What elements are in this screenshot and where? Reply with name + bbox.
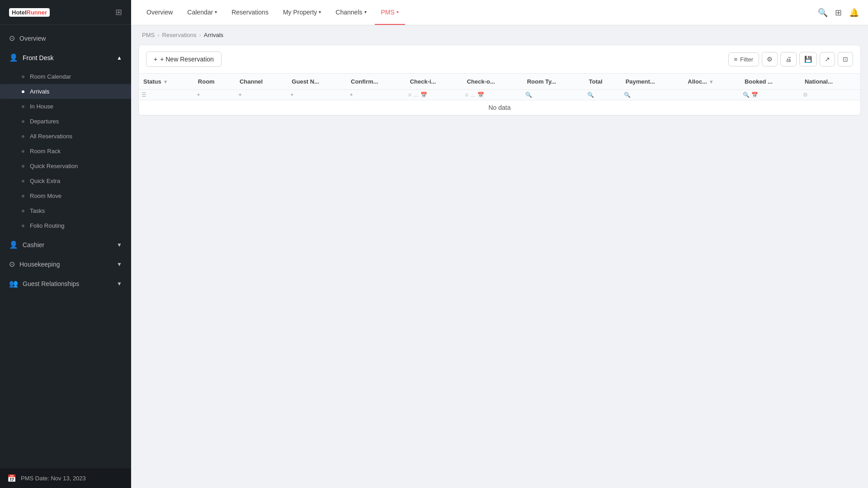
filter-cell-3: ✦ <box>287 90 346 100</box>
table-container: + + New Reservation ≡ Filter ⚙ 🖨 � <box>138 45 861 116</box>
filter-cal-icon[interactable]: 📅 <box>420 92 427 98</box>
col-header-3: Guest N... <box>287 74 346 90</box>
col-label: Alloc... <box>688 78 707 85</box>
column-settings-button[interactable]: ⚙ <box>762 52 778 66</box>
sidebar-sub-item-room-move[interactable]: Room Move <box>0 188 131 203</box>
new-reservation-button[interactable]: + + New Reservation <box>146 52 222 67</box>
filter-button[interactable]: ≡ Filter <box>728 52 759 66</box>
sidebar-overview-label: Overview <box>19 35 46 42</box>
grid-icon[interactable]: ⊞ <box>835 8 842 18</box>
filter-icon: ≡ <box>734 56 738 63</box>
sidebar-sub-item-arrivals[interactable]: Arrivals <box>0 84 131 99</box>
col-label: Booked ... <box>745 78 773 85</box>
bell-icon[interactable]: 🔔 <box>849 8 859 18</box>
export-icon: ↗ <box>825 56 830 63</box>
dot-icon <box>22 135 24 138</box>
dot-icon <box>22 150 24 153</box>
sidebar-sub-item-all-reservations[interactable]: All Reservations <box>0 129 131 144</box>
col-label: National... <box>805 78 833 85</box>
filter-icon[interactable]: ▼ <box>163 79 168 84</box>
sidebar-sub-item-in-house[interactable]: In House <box>0 99 131 114</box>
col-header-9: Payment... <box>621 74 684 90</box>
filter-search-icon[interactable]: 🔍 <box>624 92 631 98</box>
filter-search-icon[interactable]: ✦ <box>196 92 201 98</box>
sidebar-item-overview[interactable]: ⊙ Overview <box>0 28 131 48</box>
save-icon: 💾 <box>804 56 812 63</box>
sidebar-sub-item-room-calendar[interactable]: Room Calendar <box>0 69 131 84</box>
filter-settings-icon[interactable]: ⚙ <box>803 92 808 98</box>
topnav-item-my-property[interactable]: My Property ▾ <box>277 0 327 25</box>
sidebar-sub-item-label: Quick Reservation <box>30 163 78 169</box>
sidebar-sub-item-quick-extra[interactable]: Quick Extra <box>0 174 131 188</box>
sidebar-cashier-label: Cashier <box>23 241 44 249</box>
filter-cell-9: 🔍 <box>621 90 684 100</box>
dot-icon <box>22 90 24 93</box>
filter-search-icon[interactable]: ✦ <box>238 92 242 98</box>
filter-dots-icon[interactable]: … <box>413 92 419 98</box>
table-header-row: Status▼RoomChannelGuest N...Confirm...Ch… <box>139 74 860 90</box>
sidebar-sub-item-tasks[interactable]: Tasks <box>0 203 131 218</box>
pms-date-label: PMS Date: Nov 13, 2023 <box>21 475 86 482</box>
topnav-item-pms[interactable]: PMS ▾ <box>375 0 405 25</box>
topnav-item-overview[interactable]: Overview <box>140 0 179 25</box>
sidebar-sub-item-label: Room Move <box>30 192 61 199</box>
breadcrumb-sep1: › <box>157 32 159 38</box>
sidebar-sub-item-label: Departures <box>30 118 59 125</box>
sidebar-guest-relationships-label: Guest Relationships <box>23 280 79 287</box>
sidebar-sub-item-label: Tasks <box>30 207 45 214</box>
table-toolbar: + + New Reservation ≡ Filter ⚙ 🖨 � <box>139 45 860 74</box>
sidebar-item-cashier[interactable]: 👤 Cashier ▼ <box>0 235 131 254</box>
dot-icon <box>22 105 24 108</box>
import-button[interactable]: ⊡ <box>838 52 853 66</box>
breadcrumb-pms[interactable]: PMS <box>142 32 155 38</box>
filter-cell-2: ✦ <box>235 90 287 100</box>
filter-cell-12: ⚙ <box>800 90 860 100</box>
filter-search-icon[interactable]: 🔍 <box>587 92 594 98</box>
export-button[interactable]: ↗ <box>820 52 835 66</box>
table-body: ☰✦✦✦✦≡ … 📅≡ … 📅🔍🔍🔍🔍 📅⚙ No data <box>139 90 860 115</box>
filter-search-icon[interactable]: ✦ <box>349 92 354 98</box>
col-header-10: Alloc...▼ <box>683 74 740 90</box>
topnav-item-reservations[interactable]: Reservations <box>225 0 275 25</box>
sidebar-sub-item-label: All Reservations <box>30 133 72 140</box>
filter-dropdown-icon[interactable]: ☰ <box>142 92 146 98</box>
search-icon[interactable]: 🔍 <box>818 8 828 18</box>
topnav-item-calendar[interactable]: Calendar ▾ <box>181 0 223 25</box>
col-label: Payment... <box>626 78 655 85</box>
sidebar-sub-item-room-rack[interactable]: Room Rack <box>0 144 131 159</box>
col-header-2: Channel <box>235 74 287 90</box>
sidebar-grid-icon[interactable]: ⊞ <box>115 7 122 17</box>
filter-cal-icon[interactable]: 📅 <box>751 92 758 98</box>
col-header-11: Booked ... <box>740 74 800 90</box>
filter-eq-icon[interactable]: ≡ <box>465 92 468 98</box>
sidebar-bottom: 📅 PMS Date: Nov 13, 2023 <box>0 469 131 488</box>
toolbar-right: ≡ Filter ⚙ 🖨 💾 ↗ <box>728 52 853 66</box>
col-header-8: Total <box>585 74 621 90</box>
filter-cell-4: ✦ <box>346 90 406 100</box>
save-button[interactable]: 💾 <box>799 52 817 66</box>
dot-icon <box>22 165 24 168</box>
print-button[interactable]: 🖨 <box>780 52 797 66</box>
filter-icon[interactable]: ▼ <box>709 79 714 84</box>
print-icon: 🖨 <box>785 56 792 63</box>
sidebar-sub-item-label: Quick Extra <box>30 178 60 184</box>
filter-cal-icon[interactable]: 📅 <box>477 92 484 98</box>
breadcrumb-reservations[interactable]: Reservations <box>162 32 197 38</box>
sidebar-item-front-desk[interactable]: 👤 Front Desk ▲ <box>0 48 131 67</box>
sidebar-item-housekeeping[interactable]: ⊙ Housekeeping ▼ <box>0 254 131 274</box>
filter-dots-icon[interactable]: … <box>470 92 476 98</box>
sidebar-sub-item-label: Arrivals <box>30 88 49 95</box>
sidebar-sub-item-quick-reservation[interactable]: Quick Reservation <box>0 159 131 174</box>
filter-search-icon[interactable]: 🔍 <box>525 92 532 98</box>
filter-search-icon[interactable]: ✦ <box>290 92 294 98</box>
sidebar-sub-item-folio-routing[interactable]: Folio Routing <box>0 218 131 233</box>
housekeeping-chevron: ▼ <box>117 261 122 267</box>
topnav-item-channels[interactable]: Channels ▾ <box>329 0 373 25</box>
filter-search-icon[interactable]: 🔍 <box>743 92 750 98</box>
col-label: Total <box>589 78 603 85</box>
sidebar-sub-item-departures[interactable]: Departures <box>0 114 131 129</box>
logo-text-part2: Runner <box>27 9 47 16</box>
filter-eq-icon[interactable]: ≡ <box>408 92 411 98</box>
chevron-down-icon: ▾ <box>319 9 321 14</box>
sidebar-item-guest-relationships[interactable]: 👥 Guest Relationships ▼ <box>0 274 131 293</box>
